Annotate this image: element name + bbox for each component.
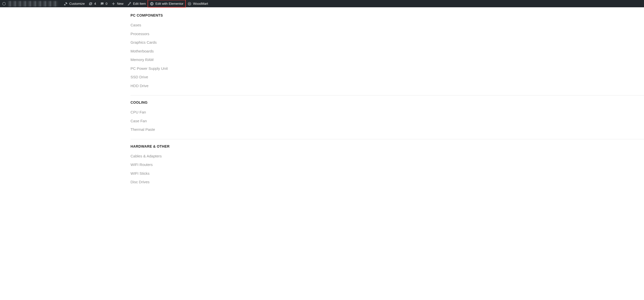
menu-list: Cables & AdaptersWIFI RoutersWIFI Sticks… — [131, 152, 644, 187]
update-icon — [89, 2, 93, 6]
svg-rect-4 — [152, 4, 153, 4]
woodmart-item[interactable]: WoodMart — [185, 0, 210, 7]
section-title: HARDWARE & OTHER — [131, 144, 644, 148]
comments-item[interactable]: 0 — [98, 0, 109, 7]
list-item[interactable]: WIFI Sticks — [131, 169, 644, 178]
updates-count: 4 — [94, 0, 96, 7]
svg-rect-3 — [152, 3, 153, 3]
list-item[interactable]: Memory RAM — [131, 55, 644, 64]
list-item[interactable]: Motherboards — [131, 47, 644, 56]
comments-count: 0 — [106, 0, 107, 7]
customize-label: Customize — [69, 0, 85, 7]
section-title: COOLING — [131, 100, 644, 104]
pencil-icon — [127, 2, 132, 6]
svg-rect-2 — [151, 3, 152, 5]
svg-rect-5 — [152, 4, 153, 5]
list-item[interactable]: Graphics Cards — [131, 38, 644, 47]
list-item[interactable]: PC Power Supply Unit — [131, 64, 644, 73]
new-label: New — [117, 0, 123, 7]
list-item[interactable]: Disc Drives — [131, 178, 644, 187]
svg-point-0 — [3, 2, 6, 5]
list-item[interactable]: CPU Fan — [131, 108, 644, 117]
list-item[interactable]: WIFI Routers — [131, 160, 644, 169]
edit-with-elementor[interactable]: Edit with Elementor — [148, 0, 185, 7]
edit-item-label: Edit Item — [133, 0, 146, 7]
list-item[interactable]: HDD Drive — [131, 82, 644, 90]
list-item[interactable]: Thermal Paste — [131, 125, 644, 134]
elementor-label: Edit with Elementor — [155, 0, 183, 7]
menu-section: COOLINGCPU FanCase FanThermal Paste — [131, 95, 644, 139]
menu-section: PC COMPONENTSCasesProcessorsGraphics Car… — [131, 11, 644, 95]
section-title: PC COMPONENTS — [131, 13, 644, 17]
brush-icon — [64, 2, 68, 6]
menu-list: CasesProcessorsGraphics CardsMotherboard… — [131, 21, 644, 90]
wp-admin-bar: Customize 4 0 New Edit Item Edit with El… — [0, 0, 644, 7]
woodmart-icon — [187, 2, 191, 6]
customize-item[interactable]: Customize — [62, 0, 87, 7]
plus-icon — [111, 2, 115, 6]
svg-point-6 — [188, 2, 191, 5]
list-item[interactable]: Processors — [131, 30, 644, 38]
menu-section: HARDWARE & OTHERCables & AdaptersWIFI Ro… — [131, 139, 644, 191]
list-item[interactable]: Case Fan — [131, 117, 644, 126]
new-item[interactable]: New — [109, 0, 125, 7]
page-content: PC COMPONENTSCasesProcessorsGraphics Car… — [0, 7, 644, 201]
menu-list: CPU FanCase FanThermal Paste — [131, 108, 644, 134]
site-name-blur — [8, 1, 58, 7]
list-item[interactable]: SSD Drive — [131, 73, 644, 82]
edit-item[interactable]: Edit Item — [125, 0, 148, 7]
woodmart-label: WoodMart — [193, 0, 208, 7]
site-name-item[interactable] — [2, 0, 62, 7]
list-item[interactable]: Cases — [131, 21, 644, 30]
elementor-icon — [150, 2, 154, 6]
list-item[interactable]: Cables & Adapters — [131, 152, 644, 161]
wp-icon — [2, 2, 6, 6]
comment-icon — [100, 2, 104, 6]
updates-item[interactable]: 4 — [87, 0, 98, 7]
